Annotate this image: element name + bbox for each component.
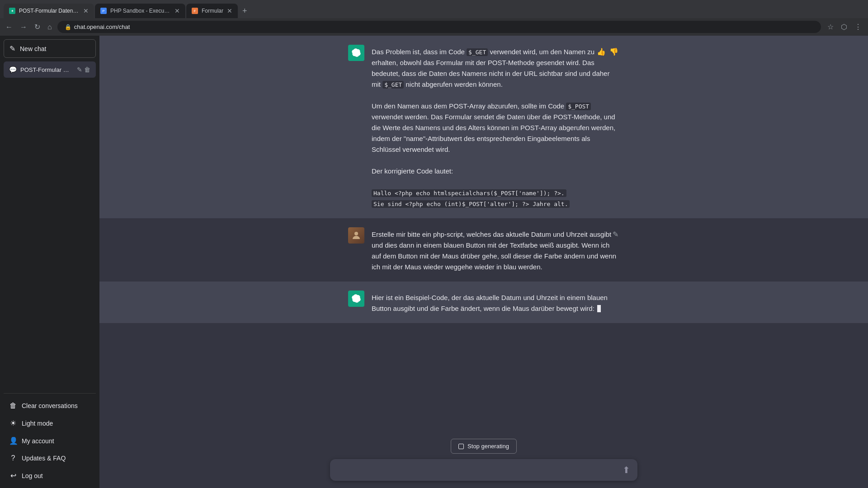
bottom-area: Stop generating ⬆ — [99, 433, 868, 488]
chat-list: 💬 POST-Formular Daten v ✎ 🗑 — [4, 61, 96, 389]
message-2-actions: ✎ — [612, 229, 619, 239]
stop-generating-button[interactable]: Stop generating — [451, 439, 517, 454]
sidebar: ✎ New chat 💬 POST-Formular Daten v ✎ 🗑 🗑… — [0, 36, 99, 488]
messages-container: Das Problem ist, dass im Code $_GET verw… — [99, 36, 868, 433]
message-1-actions: 👍 👎 — [596, 47, 619, 57]
tab-2-close[interactable]: ✕ — [175, 7, 180, 14]
tab-3[interactable]: F Formular ✕ — [186, 4, 238, 18]
tab-2-title: PHP Sandbox - Execute PHP cod... — [110, 8, 171, 14]
user-avatar — [348, 227, 364, 244]
code-span: $_GET — [467, 48, 488, 56]
message-content-2: Erstelle mir bitte ein php-script, welch… — [372, 227, 619, 272]
streaming-cursor — [597, 305, 601, 312]
account-icon: 👤 — [9, 436, 17, 445]
url-bar[interactable]: 🔒 chat.openai.com/chat — [57, 21, 821, 33]
my-account-button[interactable]: 👤 My account — [4, 432, 96, 450]
sidebar-bottom: 🗑 Clear conversations ☀ Light mode 👤 My … — [4, 393, 96, 484]
edit-chat-button[interactable]: ✎ — [77, 66, 82, 73]
delete-chat-button[interactable]: 🗑 — [84, 66, 90, 73]
account-label: My account — [22, 437, 54, 445]
edit-message-button[interactable]: ✎ — [612, 229, 619, 239]
thumbs-down-button[interactable]: 👎 — [609, 47, 619, 57]
message-group-1: Das Problem ist, dass im Code $_GET verw… — [99, 36, 868, 218]
light-mode-icon: ☀ — [9, 419, 17, 427]
code-line1: Hallo <?php echo htmlspecialchars($_POST… — [372, 189, 566, 197]
light-mode-label: Light mode — [22, 420, 53, 427]
app-container: ✎ New chat 💬 POST-Formular Daten v ✎ 🗑 🗑… — [0, 36, 868, 488]
chat-icon: 💬 — [9, 66, 17, 73]
svg-point-0 — [354, 232, 358, 235]
browser-chrome: ✦ POST-Formular Daten verarbeite... ✕ P … — [0, 0, 868, 36]
message-group-3: Hier ist ein Beispiel-Code, der das aktu… — [99, 282, 868, 323]
message-inner-2: Erstelle mir bitte ein php-script, welch… — [330, 227, 637, 272]
new-chat-icon: ✎ — [9, 44, 15, 53]
clear-icon: 🗑 — [9, 402, 17, 410]
tab-1-close[interactable]: ✕ — [83, 7, 89, 14]
code-span3: $_POST — [566, 103, 591, 110]
input-area: ⬆ — [330, 459, 637, 481]
message-inner-3: Hier ist ein Beispiel-Code, der das aktu… — [330, 291, 637, 314]
tab-2-favicon: P — [100, 8, 107, 14]
stop-icon — [458, 444, 464, 449]
tab-3-favicon: F — [192, 8, 198, 14]
tab-3-close[interactable]: ✕ — [227, 7, 232, 14]
message-content-1: Das Problem ist, dass im Code $_GET verw… — [372, 45, 619, 209]
chat-item-title: POST-Formular Daten v — [20, 66, 73, 73]
lock-icon: 🔒 — [65, 24, 71, 30]
tab-bar: ✦ POST-Formular Daten verarbeite... ✕ P … — [0, 0, 868, 18]
message-inner-1: Das Problem ist, dass im Code $_GET verw… — [330, 45, 637, 209]
tab-1-title: POST-Formular Daten verarbeite... — [19, 8, 80, 14]
chat-item-actions: ✎ 🗑 — [77, 66, 90, 73]
toolbar-icons: ☆ ⬡ ⋮ — [825, 21, 864, 33]
forward-button[interactable]: → — [18, 21, 29, 33]
tab-3-title: Formular — [202, 8, 223, 14]
home-button[interactable]: ⌂ — [46, 21, 54, 33]
logout-label: Log out — [22, 472, 43, 479]
message-content-3: Hier ist ein Beispiel-Code, der das aktu… — [372, 291, 619, 314]
address-bar: ← → ↻ ⌂ 🔒 chat.openai.com/chat ☆ ⬡ ⋮ — [0, 18, 868, 36]
new-chat-label: New chat — [20, 45, 46, 52]
clear-conversations-button[interactable]: 🗑 Clear conversations — [4, 397, 96, 414]
code-span2: $_GET — [382, 81, 404, 89]
gpt-avatar — [348, 45, 364, 61]
extensions-icon[interactable]: ⬡ — [838, 21, 850, 33]
tab-1-favicon: ✦ — [9, 8, 15, 14]
back-button[interactable]: ← — [4, 21, 14, 33]
url-text: chat.openai.com/chat — [74, 23, 130, 30]
clear-label: Clear conversations — [22, 402, 78, 409]
code-line2: Sie sind <?php echo (int)$_POST['alter']… — [372, 200, 570, 208]
new-chat-button[interactable]: ✎ New chat — [4, 39, 96, 58]
send-button[interactable]: ⬆ — [622, 464, 631, 476]
bookmark-icon[interactable]: ☆ — [825, 21, 836, 33]
main-content: Das Problem ist, dass im Code $_GET verw… — [99, 36, 868, 488]
tab-1[interactable]: ✦ POST-Formular Daten verarbeite... ✕ — [4, 4, 94, 18]
reload-button[interactable]: ↻ — [33, 21, 42, 33]
thumbs-up-button[interactable]: 👍 — [596, 47, 607, 57]
tab-2[interactable]: P PHP Sandbox - Execute PHP cod... ✕ — [95, 4, 185, 18]
sidebar-item-conv1[interactable]: 💬 POST-Formular Daten v ✎ 🗑 — [4, 61, 96, 78]
light-mode-button[interactable]: ☀ Light mode — [4, 414, 96, 432]
updates-label: Updates & FAQ — [22, 455, 66, 462]
updates-faq-button[interactable]: ? Updates & FAQ — [4, 450, 96, 467]
gpt-avatar-2 — [348, 291, 364, 307]
updates-icon: ? — [9, 454, 17, 462]
logout-button[interactable]: ↩ Log out — [4, 467, 96, 484]
chat-input[interactable] — [336, 465, 618, 476]
new-tab-button[interactable]: + — [239, 5, 251, 18]
stop-label: Stop generating — [467, 443, 509, 450]
message-group-2: Erstelle mir bitte ein php-script, welch… — [99, 218, 868, 282]
logout-icon: ↩ — [9, 471, 17, 480]
menu-icon[interactable]: ⋮ — [852, 21, 864, 33]
